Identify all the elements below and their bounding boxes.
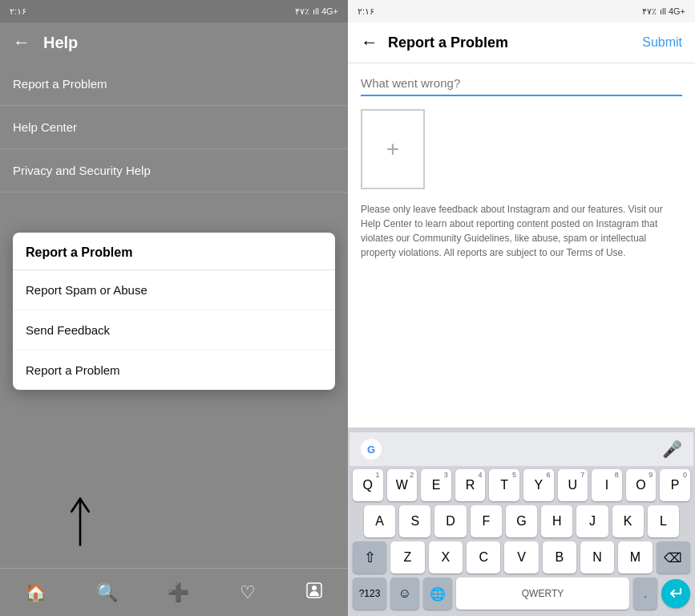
nav-heart-icon[interactable]: ♡ (240, 582, 256, 603)
key-o[interactable]: 9O (626, 469, 657, 501)
right-status-bar: ۲:۱۶ ۴۷٪ ıll 4G+ (348, 0, 695, 22)
disclaimer-text: Please only leave feedback about Instagr… (361, 202, 682, 260)
dropdown-option-spam[interactable]: Report Spam or Abuse (13, 270, 335, 310)
keyboard-bottom-row: ?123 ☺ 🌐 QWERTY . (350, 578, 693, 610)
right-page-title: Report a Problem (388, 34, 508, 51)
key-k[interactable]: K (612, 505, 644, 537)
key-l[interactable]: L (648, 505, 679, 537)
backspace-key[interactable]: ⌫ (657, 541, 690, 573)
right-status-icons: ۴۷٪ ıll 4G+ (642, 6, 685, 17)
add-photo-button[interactable]: + (361, 109, 425, 189)
key-p[interactable]: 0P (660, 469, 690, 501)
nav-search-icon[interactable]: 🔍 (96, 582, 118, 603)
nav-profile-icon[interactable] (305, 582, 323, 604)
dropdown-option-report[interactable]: Report a Problem (13, 351, 335, 390)
key-t[interactable]: 5T (489, 469, 519, 501)
keyboard: G 🎤 1Q 2W 3E 4R 5T 6Y 7U 8I 9O 0P A S D … (348, 428, 695, 616)
left-bottom-nav: 🏠 🔍 ➕ ♡ (0, 568, 348, 616)
left-nav-header: ← Help (0, 22, 348, 63)
right-back-button[interactable]: ← (361, 32, 378, 53)
keyboard-row-3: ⇧ Z X C V B N M ⌫ (350, 541, 693, 573)
google-g-label: G (367, 444, 375, 456)
key-c[interactable]: C (467, 541, 500, 573)
key-r[interactable]: 4R (455, 469, 486, 501)
key-w[interactable]: 2W (387, 469, 418, 501)
right-time: ۲:۱۶ (358, 6, 374, 17)
period-key[interactable]: . (633, 578, 657, 610)
mic-icon[interactable]: 🎤 (662, 440, 682, 459)
emoji-key[interactable]: ☺ (390, 578, 419, 610)
report-content: + Please only leave feedback about Insta… (348, 63, 695, 428)
key-v[interactable]: V (504, 541, 538, 573)
globe-key[interactable]: 🌐 (423, 578, 452, 610)
key-z[interactable]: Z (390, 541, 424, 573)
key-h[interactable]: H (541, 505, 572, 537)
key-y[interactable]: 6Y (523, 469, 554, 501)
right-panel: ۲:۱۶ ۴۷٪ ıll 4G+ ← Report a Problem Subm… (348, 0, 695, 616)
key-s[interactable]: S (399, 505, 430, 537)
arrow-annotation (56, 484, 104, 552)
left-time: ۲:۱۶ (10, 6, 26, 17)
left-status-icons: ۴۷٪ ıll 4G+ (295, 6, 338, 17)
what-went-wrong-input[interactable] (361, 76, 682, 96)
key-g[interactable]: G (506, 505, 537, 537)
left-page-title: Help (43, 34, 78, 52)
key-j[interactable]: J (576, 505, 608, 537)
shift-key[interactable]: ⇧ (353, 541, 386, 573)
nav-home-icon[interactable]: 🏠 (25, 582, 46, 603)
keyboard-toolbar: G 🎤 (350, 432, 693, 466)
key-f[interactable]: F (471, 505, 502, 537)
menu-item-privacy[interactable]: Privacy and Security Help (0, 149, 348, 192)
keyboard-row-2: A S D F G H J K L (350, 505, 693, 537)
menu-item-help-center[interactable]: Help Center (0, 106, 348, 149)
submit-button[interactable]: Submit (642, 35, 682, 50)
left-panel: ۲:۱۶ ۴۷٪ ıll 4G+ ← Help Report a Problem… (0, 0, 348, 616)
right-signal: ıll 4G+ (660, 6, 685, 16)
dropdown-option-feedback[interactable]: Send Feedback (13, 310, 335, 351)
menu-item-report-problem[interactable]: Report a Problem (0, 63, 348, 106)
key-u[interactable]: 7U (558, 469, 588, 501)
key-q[interactable]: 1Q (353, 469, 383, 501)
google-g-button[interactable]: G (361, 439, 382, 460)
key-x[interactable]: X (429, 541, 463, 573)
key-e[interactable]: 3E (421, 469, 451, 501)
right-nav-header: ← Report a Problem Submit (348, 22, 695, 63)
return-key[interactable] (661, 579, 690, 608)
left-status-bar: ۲:۱۶ ۴۷٪ ıll 4G+ (0, 0, 348, 22)
key-n[interactable]: N (580, 541, 614, 573)
key-i[interactable]: 8I (592, 469, 622, 501)
key-a[interactable]: A (364, 505, 395, 537)
left-battery: ۴۷٪ (295, 6, 309, 17)
right-nav-left: ← Report a Problem (361, 32, 508, 53)
key-d[interactable]: D (434, 505, 466, 537)
num-key[interactable]: ?123 (353, 578, 386, 610)
keyboard-row-1: 1Q 2W 3E 4R 5T 6Y 7U 8I 9O 0P (350, 469, 693, 501)
left-signal: ıll 4G+ (313, 6, 338, 16)
dropdown-title: Report a Problem (13, 233, 335, 270)
left-back-button[interactable]: ← (13, 32, 30, 53)
svg-point-1 (312, 586, 317, 590)
key-b[interactable]: B (543, 541, 576, 573)
right-battery: ۴۷٪ (642, 6, 657, 17)
left-menu: Report a Problem Help Center Privacy and… (0, 63, 348, 192)
key-m[interactable]: M (618, 541, 652, 573)
space-key[interactable]: QWERTY (456, 578, 629, 610)
nav-add-icon[interactable]: ➕ (168, 582, 189, 603)
plus-icon: + (386, 136, 399, 162)
dropdown-card: Report a Problem Report Spam or Abuse Se… (13, 233, 335, 390)
